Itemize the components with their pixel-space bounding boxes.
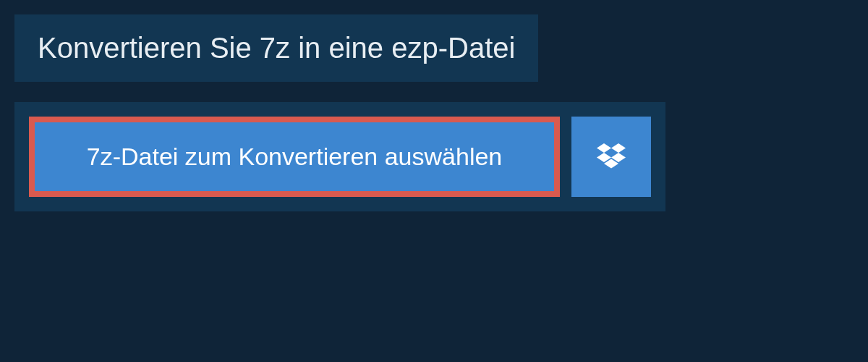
dropbox-button[interactable] xyxy=(571,117,651,197)
page-title: Konvertieren Sie 7z in eine ezp-Datei xyxy=(38,32,515,64)
file-select-button[interactable]: 7z-Datei zum Konvertieren auswählen xyxy=(29,117,560,197)
header-bar: Konvertieren Sie 7z in eine ezp-Datei xyxy=(14,14,538,82)
button-panel: 7z-Datei zum Konvertieren auswählen xyxy=(14,102,665,211)
dropbox-icon xyxy=(597,143,626,171)
file-select-label: 7z-Datei zum Konvertieren auswählen xyxy=(87,143,503,171)
